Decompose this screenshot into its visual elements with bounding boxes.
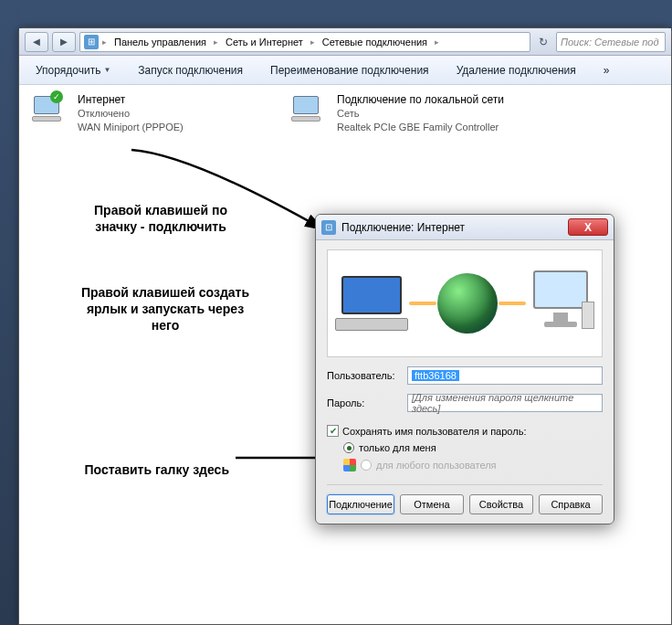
password-label: Пароль: <box>327 397 402 408</box>
annotation-text: Поставить галку здесь <box>47 461 229 478</box>
connections-area: ✓ Интернет Отключено WAN Miniport (PPPOE… <box>19 85 671 142</box>
toolbar-more[interactable]: » <box>598 60 615 80</box>
nav-forward-button[interactable]: ► <box>52 32 76 52</box>
connection-status: Отключено <box>78 107 184 121</box>
username-input[interactable]: fttb36168 <box>407 366 603 385</box>
toolbar: Упорядочить▼ Запуск подключения Переимен… <box>19 56 671 85</box>
nav-back-button[interactable]: ◄ <box>25 32 48 52</box>
toolbar-delete-connection[interactable]: Удаление подключения <box>451 60 582 80</box>
desktop-icon <box>527 270 594 336</box>
status-ok-icon: ✓ <box>50 90 63 103</box>
toolbar-rename-connection[interactable]: Переименование подключения <box>265 60 435 80</box>
breadcrumb-item[interactable]: Панель управления <box>110 35 210 49</box>
globe-icon <box>437 273 498 334</box>
dialog-illustration <box>327 249 603 357</box>
toolbar-organize[interactable]: Упорядочить▼ <box>30 60 116 80</box>
control-panel-icon: ⊞ <box>84 35 99 49</box>
titlebar: ◄ ► ⊞ ▸ Панель управления ▸ Сеть и Интер… <box>19 28 671 56</box>
password-input[interactable]: [Для изменения пароля щелкните здесь] <box>407 394 603 412</box>
connection-icon <box>286 92 330 129</box>
close-button[interactable]: X <box>568 218 608 236</box>
save-credentials-checkbox[interactable]: ✔ <box>327 425 339 437</box>
connection-status: Сеть <box>337 107 504 121</box>
save-credentials-label: Сохранять имя пользователя и пароль: <box>342 426 526 437</box>
dialog-titlebar: ⊡ Подключение: Интернет X <box>316 215 614 240</box>
password-placeholder: [Для изменения пароля щелкните здесь] <box>412 392 598 414</box>
connection-device: Realtek PCIe GBE Family Controller <box>337 121 504 134</box>
connect-button[interactable]: Подключение <box>327 494 394 514</box>
radio-all-users <box>361 460 372 471</box>
connection-title: Подключение по локальной сети <box>337 92 504 107</box>
toolbar-start-connection[interactable]: Запуск подключения <box>132 60 248 80</box>
network-icon: ⊡ <box>321 220 336 235</box>
user-label: Пользователь: <box>327 370 402 381</box>
connection-dialog: ⊡ Подключение: Интернет X Пользователь: … <box>315 214 614 524</box>
breadcrumb[interactable]: ⊞ ▸ Панель управления ▸ Сеть и Интернет … <box>79 32 530 52</box>
breadcrumb-item[interactable]: Сеть и Интернет <box>222 35 307 49</box>
shield-icon <box>343 459 356 471</box>
breadcrumb-item[interactable]: Сетевые подключения <box>319 35 431 49</box>
username-value: fttb36168 <box>412 370 459 381</box>
radio-only-me-label: только для меня <box>359 442 436 453</box>
laptop-icon <box>335 276 408 331</box>
cancel-button[interactable]: Отмена <box>400 494 464 514</box>
connection-item-internet[interactable]: ✓ Интернет Отключено WAN Miniport (PPPOE… <box>26 92 264 134</box>
arrow-icon <box>127 145 337 239</box>
annotation-text: Правой клавишей создать ярлык и запускат… <box>74 284 257 334</box>
radio-only-me[interactable] <box>343 442 354 453</box>
dialog-title: Подключение: Интернет <box>341 221 465 234</box>
connection-item-lan[interactable]: Подключение по локальной сети Сеть Realt… <box>286 92 560 134</box>
properties-button[interactable]: Свойства <box>469 494 533 514</box>
search-placeholder: Поиск: Сетевые под <box>561 37 659 48</box>
connection-device: WAN Miniport (PPPOE) <box>78 121 184 134</box>
help-button[interactable]: Справка <box>539 494 603 514</box>
search-input[interactable]: Поиск: Сетевые под <box>556 32 666 52</box>
radio-all-users-label: для любого пользователя <box>376 460 497 471</box>
refresh-button[interactable]: ↻ <box>534 36 552 48</box>
connection-icon: ✓ <box>26 92 70 129</box>
connection-title: Интернет <box>78 92 184 107</box>
